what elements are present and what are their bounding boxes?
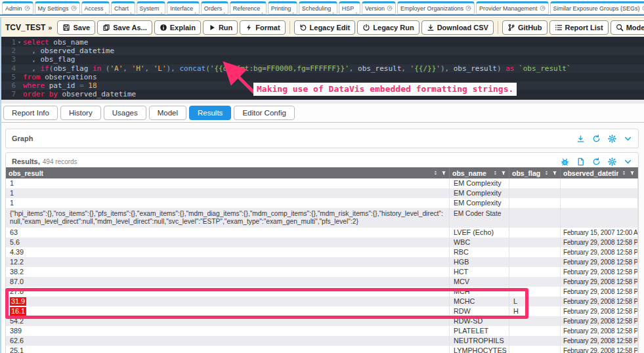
nav-tab-my-settings[interactable]: My Settings	[35, 1, 80, 14]
cell-obs-flag	[509, 247, 561, 257]
nav-tab-version[interactable]: Version	[362, 1, 396, 14]
bug-icon[interactable]	[561, 157, 569, 166]
top-nav: AdminMy SettingsAccess,Chart,System,Inte…	[0, 0, 644, 16]
nav-tab-label: Interface	[170, 5, 193, 12]
column-header-observed-datetime[interactable]: observed_datetime	[561, 167, 638, 178]
filter-icon[interactable]	[630, 171, 635, 176]
model-button[interactable]: Model	[611, 20, 644, 35]
nav-tab-chart[interactable]: Chart,	[111, 1, 135, 14]
cell-observed-datetime: February 29, 2008 12:58 PM	[561, 257, 638, 267]
download-csv-button[interactable]: Download CSV	[421, 20, 494, 35]
format-button[interactable]: Format	[240, 20, 285, 35]
filter-icon[interactable]	[552, 171, 557, 176]
tab-model[interactable]: Model	[149, 106, 186, 120]
refresh-icon[interactable]	[592, 135, 601, 143]
report-name[interactable]: TCV_TEST	[5, 23, 45, 32]
line-number: 6	[0, 81, 16, 90]
nav-tab-admin[interactable]: Admin	[2, 1, 33, 14]
button-label: GitHub	[518, 24, 542, 31]
cell-obs-result: 87.0	[6, 277, 450, 287]
report-menu-chevron[interactable]: »	[48, 24, 52, 31]
cell-observed-datetime: February 29, 2008 12:58 PM	[561, 346, 638, 353]
save-as-button[interactable]: Save As...	[97, 20, 152, 35]
toolbar-separator	[290, 21, 290, 34]
filter-icon[interactable]	[501, 171, 506, 176]
nav-tab-provider-management[interactable]: Provider Management	[476, 1, 549, 14]
table-row: 87.0MCVFebruary 29, 2008 12:58 PM	[6, 277, 638, 287]
tab-history[interactable]: History	[60, 106, 101, 120]
legacy-run-button[interactable]: Legacy Run	[357, 20, 419, 35]
code-line: 1▾select obs_name	[0, 38, 644, 47]
filter-icon[interactable]	[441, 171, 446, 176]
cell-obs-flag	[509, 267, 561, 277]
column-header-obs-name[interactable]: obs_name	[450, 167, 509, 178]
nav-tab-label: Provider Management	[479, 5, 538, 12]
nav-tab-reference[interactable]: Reference,	[230, 1, 267, 14]
tab-editor-config[interactable]: Editor Config	[234, 106, 294, 120]
explain-button[interactable]: Explain	[154, 20, 201, 35]
nav-tab-access[interactable]: Access,	[81, 1, 110, 14]
search-icon	[616, 24, 624, 31]
left-edge-accent	[0, 17, 1, 353]
cell-obs-flag	[509, 228, 561, 238]
nav-tab-scheduling[interactable]: Scheduling,	[299, 1, 337, 14]
github-button[interactable]: GitHub	[502, 20, 547, 35]
dropdown-indicator-icon: ,	[292, 9, 294, 13]
button-label: Save	[73, 24, 90, 31]
column-header-obs-flag[interactable]: obs_flag	[509, 167, 561, 178]
nav-tab-interface[interactable]: Interface,	[167, 1, 200, 14]
nav-tab-printing[interactable]: Printing,	[268, 1, 297, 14]
cell-obs-name: EM Complexity	[450, 178, 509, 188]
run-button[interactable]: Run	[203, 20, 238, 35]
cell-obs-flag	[509, 257, 561, 267]
sort-icon[interactable]	[544, 170, 549, 176]
tab-report-info[interactable]: Report Info	[3, 106, 58, 120]
cell-obs-name: MCHC	[450, 297, 509, 306]
external-link-icon	[24, 5, 30, 11]
legacy-edit-button[interactable]: Legacy Edit	[294, 20, 356, 35]
download-icon[interactable]	[576, 135, 585, 143]
nav-tab-system[interactable]: System,	[137, 1, 166, 14]
cell-obs-name: WBC	[450, 238, 509, 247]
report-list-button[interactable]: Report List	[549, 20, 609, 35]
cell-obs-name: MCH	[450, 287, 509, 297]
chevron-down-icon[interactable]	[624, 135, 632, 143]
cell-observed-datetime: February 29, 2008 12:58 PM	[561, 247, 638, 257]
nav-tab-label: My Settings	[38, 5, 69, 12]
table-row: {"hpi_items":{},"ros_items":{},"pfs_item…	[6, 208, 638, 228]
dropdown-indicator-icon: ,	[105, 9, 107, 13]
cell-obs-result: 62.6	[6, 336, 450, 346]
nav-tab-hsp[interactable]: HSP,	[339, 1, 360, 14]
file-icon[interactable]	[576, 157, 585, 166]
sort-icon[interactable]	[433, 170, 439, 176]
nav-tab-label: Similar Exposure Groups (SEGs)	[553, 5, 640, 12]
column-label: obs_result	[9, 169, 43, 177]
nav-tab-label: Scheduling	[302, 5, 332, 12]
gear-icon[interactable]	[608, 135, 616, 143]
cell-observed-datetime: February 15, 2007 12:00 AM	[561, 228, 638, 238]
table-row: 1EM Complexity	[6, 188, 638, 198]
sort-icon[interactable]	[492, 170, 498, 176]
nav-tab-employer-organizations[interactable]: Employer Organizations	[397, 1, 475, 14]
nav-tab-similar-exposure-groups-segs[interactable]: Similar Exposure Groups (SEGs)	[550, 1, 644, 14]
tab-results[interactable]: Results	[189, 106, 231, 120]
column-header-obs-result[interactable]: obs_result	[6, 167, 450, 178]
save-button[interactable]: Save	[57, 20, 95, 35]
tab-usages[interactable]: Usages	[104, 106, 146, 120]
table-row: 389PLATELETFebruary 29, 2008 12:58 PM	[6, 326, 638, 336]
sort-icon[interactable]	[621, 170, 627, 176]
refresh-icon[interactable]	[592, 157, 601, 166]
save-as-icon	[102, 24, 110, 31]
cell-obs-result: 4.39	[6, 247, 450, 257]
cell-observed-datetime: February 29, 2008 12:58 PM	[561, 336, 638, 346]
cell-observed-datetime: February 29, 2008 12:58 PM	[561, 326, 638, 336]
cell-obs-name: LVEF (Echo)	[450, 228, 509, 238]
code-line: 5from observations	[0, 73, 644, 81]
gear-icon[interactable]	[608, 157, 616, 166]
column-label: observed_datetime	[563, 169, 618, 177]
nav-tab-label: HSP	[342, 5, 354, 12]
cell-obs-result: 31.9	[6, 297, 450, 306]
chevron-down-icon[interactable]	[624, 157, 632, 166]
nav-tab-orders[interactable]: Orders,	[201, 1, 228, 14]
cell-obs-flag	[509, 277, 561, 287]
